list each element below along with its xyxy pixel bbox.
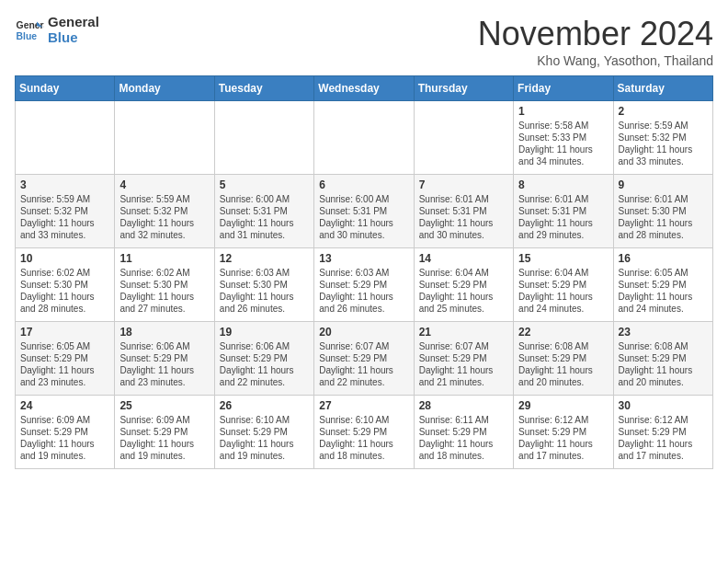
svg-text:Blue: Blue <box>17 30 38 40</box>
day-number: 19 <box>220 326 309 339</box>
calendar-cell: 14Sunrise: 6:04 AM Sunset: 5:29 PM Dayli… <box>414 248 513 322</box>
day-info: Sunrise: 6:11 AM Sunset: 5:29 PM Dayligh… <box>419 414 508 462</box>
calendar-cell: 24Sunrise: 6:09 AM Sunset: 5:29 PM Dayli… <box>16 396 115 469</box>
calendar-cell: 20Sunrise: 6:07 AM Sunset: 5:29 PM Dayli… <box>314 322 414 396</box>
day-number: 15 <box>518 252 608 265</box>
day-number: 1 <box>518 105 608 118</box>
calendar-cell: 19Sunrise: 6:06 AM Sunset: 5:29 PM Dayli… <box>214 322 313 396</box>
calendar-cell: 30Sunrise: 6:12 AM Sunset: 5:29 PM Dayli… <box>613 396 712 469</box>
calendar-cell: 29Sunrise: 6:12 AM Sunset: 5:29 PM Dayli… <box>514 396 613 469</box>
day-info: Sunrise: 6:07 AM Sunset: 5:29 PM Dayligh… <box>319 340 408 388</box>
day-of-week-header: Monday <box>115 76 214 101</box>
calendar-week-row: 17Sunrise: 6:05 AM Sunset: 5:29 PM Dayli… <box>16 322 713 396</box>
calendar-table: SundayMondayTuesdayWednesdayThursdayFrid… <box>15 75 713 469</box>
day-info: Sunrise: 5:59 AM Sunset: 5:32 PM Dayligh… <box>119 193 209 241</box>
day-info: Sunrise: 6:02 AM Sunset: 5:30 PM Dayligh… <box>20 267 109 315</box>
day-info: Sunrise: 6:05 AM Sunset: 5:29 PM Dayligh… <box>20 340 109 388</box>
day-number: 7 <box>419 178 508 191</box>
calendar-cell: 27Sunrise: 6:10 AM Sunset: 5:29 PM Dayli… <box>314 396 414 469</box>
calendar-week-row: 24Sunrise: 6:09 AM Sunset: 5:29 PM Dayli… <box>16 396 713 469</box>
calendar-cell: 4Sunrise: 5:59 AM Sunset: 5:32 PM Daylig… <box>115 175 214 248</box>
day-of-week-header: Thursday <box>414 76 513 101</box>
calendar-cell: 28Sunrise: 6:11 AM Sunset: 5:29 PM Dayli… <box>414 396 513 469</box>
calendar-cell: 5Sunrise: 6:00 AM Sunset: 5:31 PM Daylig… <box>214 175 313 248</box>
calendar-cell <box>115 101 214 175</box>
calendar-week-row: 3Sunrise: 5:59 AM Sunset: 5:32 PM Daylig… <box>16 175 713 248</box>
calendar-week-row: 10Sunrise: 6:02 AM Sunset: 5:30 PM Dayli… <box>16 248 713 322</box>
day-info: Sunrise: 6:08 AM Sunset: 5:29 PM Dayligh… <box>619 340 708 388</box>
day-info: Sunrise: 6:10 AM Sunset: 5:29 PM Dayligh… <box>319 414 408 462</box>
day-of-week-header: Sunday <box>16 76 115 101</box>
day-number: 30 <box>619 399 708 412</box>
day-number: 23 <box>619 326 708 339</box>
day-number: 20 <box>319 326 408 339</box>
page-header: General Blue General Blue November 2024 … <box>15 15 713 68</box>
day-number: 16 <box>619 252 708 265</box>
title-block: November 2024 Kho Wang, Yasothon, Thaila… <box>478 15 713 68</box>
calendar-cell: 10Sunrise: 6:02 AM Sunset: 5:30 PM Dayli… <box>16 248 115 322</box>
calendar-cell: 1Sunrise: 5:58 AM Sunset: 5:33 PM Daylig… <box>514 101 613 175</box>
day-info: Sunrise: 5:59 AM Sunset: 5:32 PM Dayligh… <box>619 120 708 167</box>
month-title: November 2024 <box>478 15 713 53</box>
calendar-cell: 21Sunrise: 6:07 AM Sunset: 5:29 PM Dayli… <box>414 322 513 396</box>
day-number: 2 <box>619 105 708 118</box>
calendar-cell: 11Sunrise: 6:02 AM Sunset: 5:30 PM Dayli… <box>115 248 214 322</box>
calendar-cell <box>214 101 313 175</box>
calendar-cell: 12Sunrise: 6:03 AM Sunset: 5:30 PM Dayli… <box>214 248 313 322</box>
calendar-cell: 8Sunrise: 6:01 AM Sunset: 5:31 PM Daylig… <box>514 175 613 248</box>
day-number: 25 <box>119 399 209 412</box>
day-number: 8 <box>518 178 608 191</box>
day-info: Sunrise: 6:04 AM Sunset: 5:29 PM Dayligh… <box>518 267 608 315</box>
day-number: 11 <box>119 252 209 265</box>
day-of-week-header: Wednesday <box>314 76 414 101</box>
day-number: 17 <box>20 326 109 339</box>
day-number: 22 <box>518 326 608 339</box>
calendar-cell: 23Sunrise: 6:08 AM Sunset: 5:29 PM Dayli… <box>613 322 712 396</box>
day-info: Sunrise: 6:04 AM Sunset: 5:29 PM Dayligh… <box>419 267 508 315</box>
calendar-cell: 13Sunrise: 6:03 AM Sunset: 5:29 PM Dayli… <box>314 248 414 322</box>
day-of-week-header: Friday <box>514 76 613 101</box>
day-number: 21 <box>419 326 508 339</box>
day-info: Sunrise: 6:06 AM Sunset: 5:29 PM Dayligh… <box>119 340 209 388</box>
day-info: Sunrise: 6:07 AM Sunset: 5:29 PM Dayligh… <box>419 340 508 388</box>
calendar-cell: 9Sunrise: 6:01 AM Sunset: 5:30 PM Daylig… <box>613 175 712 248</box>
day-of-week-header: Saturday <box>613 76 712 101</box>
logo: General Blue General Blue <box>15 15 99 45</box>
calendar-cell: 2Sunrise: 5:59 AM Sunset: 5:32 PM Daylig… <box>613 101 712 175</box>
day-info: Sunrise: 6:03 AM Sunset: 5:29 PM Dayligh… <box>319 267 408 315</box>
calendar-cell: 16Sunrise: 6:05 AM Sunset: 5:29 PM Dayli… <box>613 248 712 322</box>
day-info: Sunrise: 6:03 AM Sunset: 5:30 PM Dayligh… <box>220 267 309 315</box>
day-info: Sunrise: 6:05 AM Sunset: 5:29 PM Dayligh… <box>619 267 708 315</box>
day-number: 6 <box>319 178 408 191</box>
day-info: Sunrise: 5:59 AM Sunset: 5:32 PM Dayligh… <box>20 193 109 241</box>
day-info: Sunrise: 6:10 AM Sunset: 5:29 PM Dayligh… <box>220 414 309 462</box>
day-info: Sunrise: 5:58 AM Sunset: 5:33 PM Dayligh… <box>518 120 608 167</box>
day-info: Sunrise: 6:01 AM Sunset: 5:30 PM Dayligh… <box>619 193 708 241</box>
day-number: 18 <box>119 326 209 339</box>
calendar-cell: 25Sunrise: 6:09 AM Sunset: 5:29 PM Dayli… <box>115 396 214 469</box>
day-info: Sunrise: 6:01 AM Sunset: 5:31 PM Dayligh… <box>518 193 608 241</box>
day-number: 12 <box>220 252 309 265</box>
day-number: 27 <box>319 399 408 412</box>
day-info: Sunrise: 6:02 AM Sunset: 5:30 PM Dayligh… <box>119 267 209 315</box>
day-info: Sunrise: 6:12 AM Sunset: 5:29 PM Dayligh… <box>518 414 608 462</box>
calendar-cell: 26Sunrise: 6:10 AM Sunset: 5:29 PM Dayli… <box>214 396 313 469</box>
day-number: 4 <box>119 178 209 191</box>
day-info: Sunrise: 6:12 AM Sunset: 5:29 PM Dayligh… <box>619 414 708 462</box>
day-number: 3 <box>20 178 109 191</box>
day-info: Sunrise: 6:09 AM Sunset: 5:29 PM Dayligh… <box>119 414 209 462</box>
calendar-cell: 7Sunrise: 6:01 AM Sunset: 5:31 PM Daylig… <box>414 175 513 248</box>
calendar-cell <box>16 101 115 175</box>
day-info: Sunrise: 6:00 AM Sunset: 5:31 PM Dayligh… <box>319 193 408 241</box>
location: Kho Wang, Yasothon, Thailand <box>478 53 713 68</box>
calendar-cell: 17Sunrise: 6:05 AM Sunset: 5:29 PM Dayli… <box>16 322 115 396</box>
day-number: 5 <box>220 178 309 191</box>
calendar-cell: 15Sunrise: 6:04 AM Sunset: 5:29 PM Dayli… <box>514 248 613 322</box>
day-info: Sunrise: 6:06 AM Sunset: 5:29 PM Dayligh… <box>220 340 309 388</box>
day-number: 14 <box>419 252 508 265</box>
logo-icon: General Blue <box>15 16 44 45</box>
calendar-cell: 22Sunrise: 6:08 AM Sunset: 5:29 PM Dayli… <box>514 322 613 396</box>
calendar-cell: 6Sunrise: 6:00 AM Sunset: 5:31 PM Daylig… <box>314 175 414 248</box>
day-number: 28 <box>419 399 508 412</box>
day-of-week-header: Tuesday <box>214 76 313 101</box>
